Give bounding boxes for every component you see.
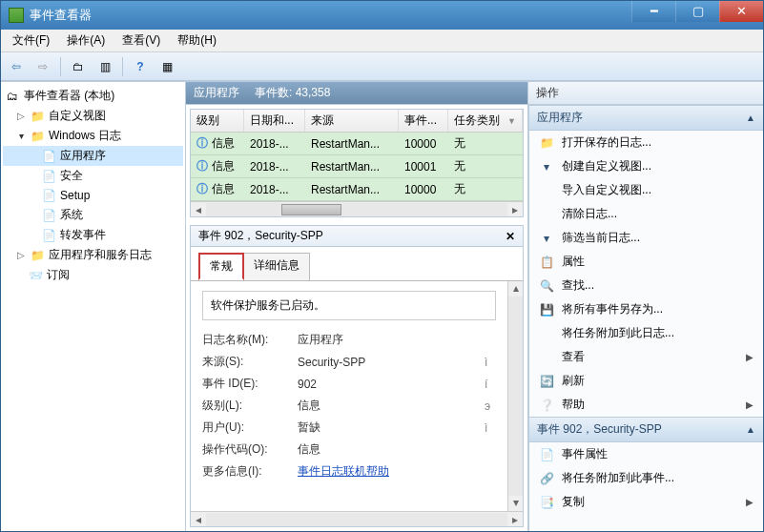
tree-subscriptions[interactable]: 📨 订阅	[3, 265, 183, 285]
toolbar-btn-3[interactable]: ▦	[155, 55, 178, 78]
action-filter-current-log[interactable]: 筛选当前日志...	[529, 226, 763, 250]
col-category[interactable]: 任务类别▼	[448, 110, 523, 132]
horizontal-scrollbar[interactable]: ◂ ▸	[191, 201, 523, 216]
table-row[interactable]: 信息 2018-... RestartMan... 10001 无	[191, 155, 523, 178]
chevron-right-icon: ▶	[746, 399, 754, 410]
folder-icon	[30, 109, 45, 124]
col-date[interactable]: 日期和...	[244, 110, 305, 132]
tree-system[interactable]: 系统	[3, 205, 183, 225]
scroll-down-icon[interactable]: ▾	[508, 496, 523, 511]
action-view-submenu[interactable]: 查看▶	[529, 345, 763, 369]
scroll-up-icon[interactable]: ▴	[508, 281, 523, 297]
toolbar-btn-2[interactable]: ▥	[93, 55, 116, 78]
detail-title-text: 事件 902，Security-SPP	[198, 228, 323, 244]
tree-label: 订阅	[47, 267, 70, 283]
action-import-custom-view[interactable]: 导入自定义视图...	[529, 178, 763, 202]
menu-help[interactable]: 帮助(H)	[170, 31, 224, 51]
toolbar-divider-2	[122, 57, 123, 76]
events-title: 应用程序	[194, 85, 239, 101]
scroll-thumb[interactable]	[281, 204, 341, 215]
action-attach-task-event[interactable]: 将任务附加到此事件...	[529, 466, 763, 490]
action-clear-log[interactable]: 清除日志...	[529, 202, 763, 226]
folder-open-icon	[539, 135, 554, 151]
minimize-button[interactable]: ━	[631, 1, 675, 22]
grid-body[interactable]: 信息 2018-... RestartMan... 10000 无 信息 201…	[191, 133, 523, 201]
action-create-custom-view[interactable]: 创建自定义视图...	[529, 154, 763, 178]
tree-panel[interactable]: 🗂 事件查看器 (本地) ▷ 自定义视图 ▾ Windows 日志 应用程序	[1, 82, 186, 531]
tree-root[interactable]: 🗂 事件查看器 (本地)	[3, 86, 183, 106]
blank-icon	[539, 183, 554, 198]
expand-icon[interactable]: ▷	[16, 111, 26, 121]
tree-label: 应用程序	[60, 148, 106, 164]
action-open-saved-log[interactable]: 打开保存的日志...	[529, 131, 763, 154]
back-button[interactable]: ⇦	[5, 55, 28, 78]
prop-user-value: 暂缺	[298, 419, 485, 436]
tree-custom-views[interactable]: ▷ 自定义视图	[3, 106, 183, 126]
toolbar-btn-1[interactable]: 🗀	[67, 55, 90, 78]
tree-app-services[interactable]: ▷ 应用程序和服务日志	[3, 245, 183, 265]
tree-forwarded[interactable]: 转发事件	[3, 225, 183, 245]
prop-source-label: 来源(S):	[202, 354, 298, 370]
tree-security[interactable]: 安全	[3, 166, 183, 186]
help-icon	[539, 398, 554, 413]
info-icon	[196, 158, 208, 174]
action-properties[interactable]: 属性	[529, 250, 763, 274]
detail-h-scrollbar[interactable]: ◂ ▸	[191, 511, 523, 526]
copy-icon	[539, 495, 554, 510]
event-log-online-help-link[interactable]: 事件日志联机帮助	[298, 464, 389, 478]
detail-tabs: 常规 详细信息	[191, 247, 523, 281]
log-icon	[41, 149, 56, 164]
attach-icon	[539, 471, 554, 486]
prop-level-value: 信息	[298, 398, 485, 414]
save-icon	[539, 302, 554, 317]
tree-setup[interactable]: Setup	[3, 186, 183, 205]
action-help[interactable]: 帮助▶	[529, 393, 763, 417]
action-save-all-events[interactable]: 将所有事件另存为...	[529, 297, 763, 321]
prop-opcode-value: 信息	[298, 441, 485, 458]
blank-icon	[539, 350, 554, 365]
toolbar-help-button[interactable]: ?	[129, 55, 152, 78]
close-button[interactable]: ✕	[719, 1, 763, 22]
window-root: 事件查看器 ━ ▢ ✕ 文件(F) 操作(A) 查看(V) 帮助(H) ⇦ ⇨ …	[0, 0, 764, 532]
tab-details[interactable]: 详细信息	[243, 253, 310, 280]
filter-icon	[539, 159, 554, 174]
expand-icon[interactable]: ▷	[16, 250, 26, 260]
collapse-icon[interactable]: ▾	[16, 131, 26, 141]
forward-button[interactable]: ⇨	[31, 55, 54, 78]
arrow-right-icon: ⇨	[38, 60, 48, 73]
menu-action[interactable]: 操作(A)	[59, 31, 113, 51]
action-group-event[interactable]: 事件 902，Security-SPP▲	[529, 417, 763, 442]
scroll-left-icon[interactable]: ◂	[191, 203, 206, 216]
action-copy[interactable]: 复制▶	[529, 490, 763, 514]
toolbar-divider	[60, 57, 61, 76]
table-row[interactable]: 信息 2018-... RestartMan... 10000 无	[191, 178, 523, 201]
scroll-left-icon[interactable]: ◂	[191, 513, 206, 526]
action-group-application[interactable]: 应用程序▲	[529, 105, 763, 131]
col-level[interactable]: 级别	[191, 110, 244, 132]
action-refresh[interactable]: 刷新	[529, 369, 763, 393]
tree-label: 安全	[60, 168, 83, 184]
tree-windows-logs[interactable]: ▾ Windows 日志	[3, 126, 183, 146]
scroll-right-icon[interactable]: ▸	[507, 203, 523, 216]
content-area: 🗂 事件查看器 (本地) ▷ 自定义视图 ▾ Windows 日志 应用程序	[1, 81, 763, 531]
action-event-properties[interactable]: 事件属性	[529, 442, 763, 466]
col-eventid[interactable]: 事件...	[399, 110, 448, 132]
prop-logname-label: 日志名称(M):	[202, 332, 298, 348]
tree-application[interactable]: 应用程序	[3, 146, 183, 166]
chevron-up-icon: ▲	[746, 424, 755, 435]
col-source[interactable]: 来源	[305, 110, 399, 132]
table-row[interactable]: 信息 2018-... RestartMan... 10000 无	[191, 133, 523, 155]
close-detail-button[interactable]: ✕	[506, 230, 515, 243]
menu-view[interactable]: 查看(V)	[114, 31, 168, 51]
tab-general[interactable]: 常规	[198, 253, 244, 280]
menu-file[interactable]: 文件(F)	[5, 31, 57, 51]
titlebar[interactable]: 事件查看器 ━ ▢ ✕	[1, 1, 763, 30]
action-find[interactable]: 查找...	[529, 274, 763, 297]
vertical-scrollbar[interactable]: ▴ ▾	[507, 281, 523, 511]
action-attach-task-log[interactable]: 将任务附加到此日志...	[529, 321, 763, 345]
event-description: 软件保护服务已启动。	[202, 291, 496, 320]
scroll-right-icon[interactable]: ▸	[507, 513, 523, 526]
maximize-button[interactable]: ▢	[675, 1, 719, 22]
window-controls: ━ ▢ ✕	[631, 1, 763, 22]
info-icon	[196, 135, 208, 152]
